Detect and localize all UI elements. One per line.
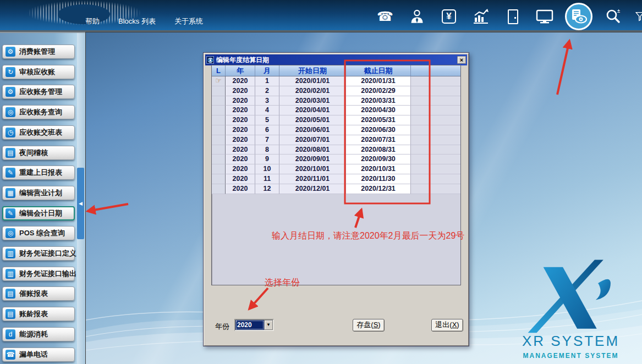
door-icon[interactable] [503,7,522,26]
start-date-cell[interactable]: 2020/12/01 [279,184,346,194]
monitor-icon[interactable] [535,7,554,26]
start-date-cell[interactable]: 2020/05/01 [279,115,346,125]
table-row[interactable]: 2020122020/12/012020/12/31 [212,184,460,194]
end-date-cell[interactable]: 2020/10/31 [346,164,411,174]
start-date-cell[interactable]: 2020/09/01 [279,155,346,164]
year-cell[interactable]: 2020 [226,115,255,125]
sidebar-item-7[interactable]: ✎重建上日报表 [2,166,75,180]
sidebar-collapse-handle[interactable]: ◀ [77,168,84,239]
table-row[interactable]: ☞202012020/01/012020/01/31 [212,76,460,86]
year-cell[interactable]: 2020 [226,96,255,106]
column-header[interactable]: 截止日期 [346,65,411,76]
end-date-cell[interactable]: 2020/02/29 [346,86,411,96]
sidebar-item-16[interactable]: ☎漏单电话 [2,348,75,362]
year-cell[interactable]: 2020 [226,86,255,96]
year-cell[interactable]: 2020 [226,135,255,145]
start-date-cell[interactable]: 2020/07/01 [279,135,346,145]
month-cell[interactable]: 7 [255,135,279,145]
month-cell[interactable]: 8 [255,145,279,155]
year-cell[interactable]: 2020 [226,106,255,115]
sidebar-item-8[interactable]: ▦编辑营业计划 [2,186,75,200]
year-cell[interactable]: 2020 [226,164,255,174]
month-cell[interactable]: 5 [255,115,279,125]
zoom-plus-icon[interactable]: ± [603,7,622,26]
sidebar-item-15[interactable]: d能源消耗 [2,327,75,341]
sidebar-item-10[interactable]: ◎POS 综合查询 [2,226,75,240]
user-icon[interactable] [408,7,426,26]
end-date-cell[interactable]: 2020/09/30 [346,155,411,164]
year-cell[interactable]: 2020 [226,145,255,155]
end-date-cell[interactable]: 2020/11/30 [346,174,411,184]
save-button[interactable]: 存盘(S) [353,319,385,332]
table-row[interactable]: 202082020/08/012020/08/31 [212,145,460,155]
table-row[interactable]: 2020102020/10/012020/10/31 [212,164,460,174]
start-date-cell[interactable]: 2020/01/01 [279,76,346,86]
table-row[interactable]: 202052020/05/012020/05/31 [212,115,460,125]
chevron-down-icon[interactable]: ▼ [264,320,273,330]
sidebar-item-14[interactable]: ▤账龄报表 [2,307,75,321]
end-date-cell[interactable]: 2020/03/31 [346,96,411,106]
start-date-cell[interactable]: 2020/02/01 [279,86,346,96]
end-date-cell[interactable]: 2020/07/31 [346,135,411,145]
month-cell[interactable]: 6 [255,125,279,135]
end-date-cell[interactable]: 2020/06/30 [346,125,411,135]
month-cell[interactable]: 10 [255,164,279,174]
start-date-cell[interactable]: 2020/11/01 [279,174,346,184]
menu-help[interactable]: 帮助 [85,16,100,26]
end-date-cell[interactable]: 2020/05/31 [346,115,411,125]
month-cell[interactable]: 3 [255,96,279,106]
column-header[interactable]: 月 [255,65,279,76]
filter-icon[interactable] [635,7,642,26]
column-header[interactable]: L [212,65,226,76]
month-cell[interactable]: 12 [255,184,279,194]
table-row[interactable]: 202092020/09/012020/09/30 [212,155,460,164]
end-date-cell[interactable]: 2020/04/30 [346,106,411,115]
year-cell[interactable]: 2020 [226,125,255,135]
month-cell[interactable]: 1 [255,76,279,86]
sidebar-item-4[interactable]: ◎应收账务查询 [2,105,75,119]
close-icon[interactable]: × [457,56,466,64]
table-row[interactable]: 202042020/04/012020/04/30 [212,106,460,115]
sidebar-item-3[interactable]: ⚙应收账务管理 [2,85,75,99]
year-cell[interactable]: 2020 [226,174,255,184]
start-date-cell[interactable]: 2020/10/01 [279,164,346,174]
table-row[interactable]: 202032020/03/012020/03/31 [212,96,460,106]
year-cell[interactable]: 2020 [226,155,255,164]
table-row[interactable]: 202072020/07/012020/07/31 [212,135,460,145]
phone-icon[interactable]: ☎ [376,7,394,26]
menu-about-system[interactable]: 关于系统 [174,16,203,26]
dialog-titlebar[interactable]: 编辑年度结算日期 × [205,54,467,65]
column-header[interactable]: 开始日期 [279,65,346,76]
sidebar-item-12[interactable]: ▥财务凭证接口输出 [2,267,75,281]
year-cell[interactable]: 2020 [226,184,255,194]
month-cell[interactable]: 4 [255,106,279,115]
sidebar-item-6[interactable]: ▤夜间稽核 [2,146,75,160]
start-date-cell[interactable]: 2020/03/01 [279,96,346,106]
exit-button[interactable]: 退出(X) [431,319,463,332]
menu-blocks-list[interactable]: Blocks 列表 [118,16,156,26]
sidebar-item-13[interactable]: ▤催账报表 [2,286,75,301]
start-date-cell[interactable]: 2020/06/01 [279,125,346,135]
year-cell[interactable]: 2020 [226,76,255,86]
chart-icon[interactable] [471,7,490,26]
year-combobox[interactable]: 2020 ▼ [234,319,274,331]
currency-icon[interactable]: ¥ [440,7,458,26]
sidebar-item-9[interactable]: ✎编辑会计日期 [2,206,75,220]
table-row[interactable]: 2020112020/11/012020/11/30 [212,174,460,184]
end-date-cell[interactable]: 2020/12/31 [346,184,411,194]
report-viewer-icon[interactable] [565,3,592,30]
sidebar-item-2[interactable]: ↻审核应收账 [2,65,75,79]
start-date-cell[interactable]: 2020/04/01 [279,106,346,115]
column-header[interactable]: 年 [226,65,255,76]
table-row[interactable]: 202022020/02/012020/02/29 [212,86,460,96]
end-date-cell[interactable]: 2020/01/31 [346,76,411,86]
month-cell[interactable]: 9 [255,155,279,164]
month-cell[interactable]: 2 [255,86,279,96]
sidebar-item-1[interactable]: ⚙消费账管理 [2,45,75,59]
end-date-cell[interactable]: 2020/08/31 [346,145,411,155]
table-row[interactable]: 202062020/06/012020/06/30 [212,125,460,135]
sidebar-item-5[interactable]: ◷应收账交班表 [2,125,75,140]
month-cell[interactable]: 11 [255,174,279,184]
start-date-cell[interactable]: 2020/08/01 [279,145,346,155]
sidebar-item-11[interactable]: ▥财务凭证接口定义 [2,246,75,261]
